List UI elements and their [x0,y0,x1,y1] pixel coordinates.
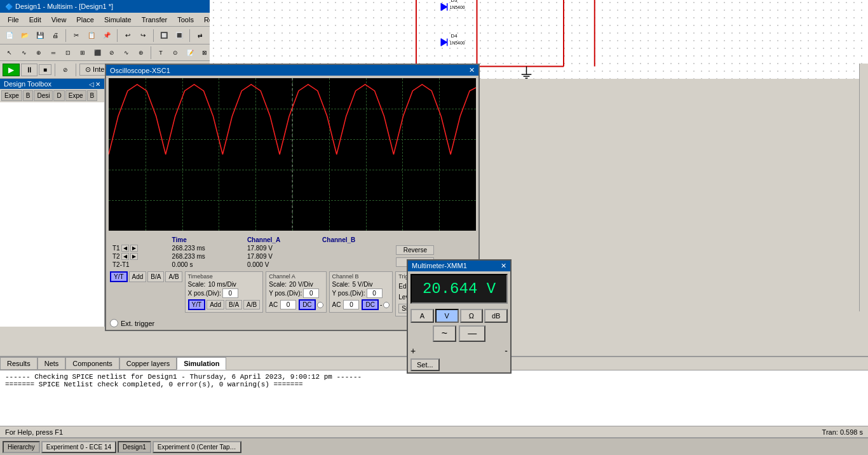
copy-btn[interactable]: 📋 [85,29,98,43]
yt-btn[interactable]: Y/T [110,271,128,282]
time-header: Time [170,236,245,244]
save-btn[interactable]: 💾 [33,29,47,43]
cha-dc-btn[interactable]: DC [299,299,315,310]
comp2-btn[interactable]: ⊞ [76,46,90,60]
bus-btn[interactable]: ═ [46,46,60,60]
t1-right-btn[interactable]: ▶ [130,245,138,252]
chb-label: Channel B [332,273,390,280]
ab-btn[interactable]: A/B [165,271,182,282]
add-mode-btn[interactable]: Add [207,300,224,309]
cut-btn[interactable]: ✂ [69,29,83,43]
undo-btn[interactable]: ↩ [121,29,135,43]
osc-title-bar: Oscilloscope-XSC1 ✕ [106,65,478,76]
timebase-label: Timebase [188,273,261,280]
wire-btn[interactable]: ⇄ [193,29,207,43]
tab-b2[interactable]: B [87,90,98,101]
status-bar: For Help, press F1 Tran: 0.598 s [0,426,868,437]
tab-components[interactable]: Components [65,357,119,370]
sidebar-tabs: Expe B Desi D Expe B [0,89,104,102]
sidebar-close-btn[interactable]: ✕ [95,81,100,88]
tab-design[interactable]: Desi [34,90,53,101]
app-title: Design1 - Multisim - [Design1 *] [15,3,113,10]
xpos-input[interactable] [222,289,238,298]
bottom-log-content: ------ Checking SPICE netlist for Design… [0,370,868,426]
t2t1-chb [320,261,395,269]
menu-place[interactable]: Place [71,15,99,25]
zoom-in-btn[interactable]: 🔲 [157,29,171,43]
probe-btn[interactable]: ⊙ [168,46,182,60]
d4-arrow [441,39,447,46]
sep10 [55,64,55,76]
comp3-btn[interactable]: ⬛ [90,46,104,60]
d4-part: 1N5400 [450,41,465,45]
add-btn[interactable]: Add [129,271,147,282]
open-btn[interactable]: 📂 [18,29,32,43]
new-btn[interactable]: 📄 [3,29,17,43]
reverse-btn[interactable]: Reverse [396,245,434,255]
tab-hierarchy[interactable]: Expe [1,90,22,101]
play-btn[interactable]: ▶ [3,64,20,76]
text-btn[interactable]: T [154,46,168,60]
tab-results[interactable]: Results [0,357,37,370]
cha-ac-label: AC [269,301,278,308]
t2-left-btn[interactable]: ◀ [121,253,129,260]
t1-left-btn[interactable]: ◀ [121,245,129,252]
menu-tools[interactable]: Tools [172,15,199,25]
menu-transfer[interactable]: Transfer [137,15,173,25]
menu-view[interactable]: View [46,15,72,25]
cha-ypos-input[interactable] [303,289,319,298]
note-btn[interactable]: 📝 [183,46,197,60]
ba-mode-btn[interactable]: B/A [226,300,242,309]
tab-copper[interactable]: Copper layers [119,357,177,370]
menu-file[interactable]: File [3,15,24,25]
chb-dc-btn[interactable]: DC [362,299,378,310]
tab-d[interactable]: D [53,90,64,101]
cha-scale-val: 20 V/Div [289,281,313,288]
ext-trigger-label: Ext. trigger [121,320,154,327]
chb-val-input[interactable] [343,300,359,309]
print-btn[interactable]: 🖨 [48,29,62,43]
osc-close-btn[interactable]: ✕ [469,66,475,74]
cha-radio[interactable] [317,302,323,308]
tab-simulation[interactable]: Simulation [177,357,226,370]
pause-btn[interactable]: ⏸ [21,64,37,76]
cha-val-input[interactable] [280,300,296,309]
comp4-btn[interactable]: ⊘ [105,46,119,60]
comp5-btn[interactable]: ∿ [119,46,133,60]
d3-arrow [441,3,447,11]
menu-edit[interactable]: Edit [24,15,46,25]
junction-btn[interactable]: ⊕ [32,46,46,60]
taskbar-exp0-center[interactable]: Experiment 0 (Center Tap) - ECE 14 [153,441,241,453]
sep9 [151,46,151,59]
interactive-icon: ⊙ [85,65,91,73]
tab-b[interactable]: B [23,90,34,101]
tab-nets[interactable]: Nets [37,357,66,370]
ext-trigger-radio[interactable] [110,319,118,327]
stop-btn[interactable]: ■ [39,64,51,75]
chb-radio[interactable] [383,302,390,308]
chb-header: Channel_B [320,236,395,244]
zoom-out-btn[interactable]: 🔳 [172,29,186,43]
menu-simulate[interactable]: Simulate [99,15,137,25]
log-line-1: ------ Checking SPICE netlist for Design… [5,373,863,381]
select-btn[interactable]: ↖ [3,46,17,60]
ba-btn[interactable]: B/A [147,271,164,282]
sidebar-undock-btn[interactable]: ◁ [89,81,94,88]
comp1-btn[interactable]: ⊡ [61,46,75,60]
chb-ypos-input[interactable] [367,289,383,298]
sep11 [76,64,76,76]
yt-mode-btn[interactable]: Y/T [188,299,206,310]
taskbar-hierarchy[interactable]: Hierarchy [3,441,40,453]
tab-expe2[interactable]: Expe [65,90,86,101]
t2-right-btn[interactable]: ▶ [130,253,138,260]
taskbar-design1[interactable]: Design1 [118,441,151,453]
channel-a-group: Channel A Scale: 20 V/Div Y pos.(Div): A… [266,271,326,313]
taskbar-exp0[interactable]: Experiment 0 - ECE 14 [41,441,116,453]
ab-mode-btn[interactable]: A/B [243,300,260,309]
redo-btn[interactable]: ↪ [136,29,150,43]
paste-btn[interactable]: 📌 [100,29,114,43]
wire2-btn[interactable]: ∿ [17,46,31,60]
comp6-btn[interactable]: ⊛ [134,46,148,60]
t2t1-time: 0.000 s [170,261,245,269]
sim-step-btn[interactable]: ⊘ [58,63,72,77]
